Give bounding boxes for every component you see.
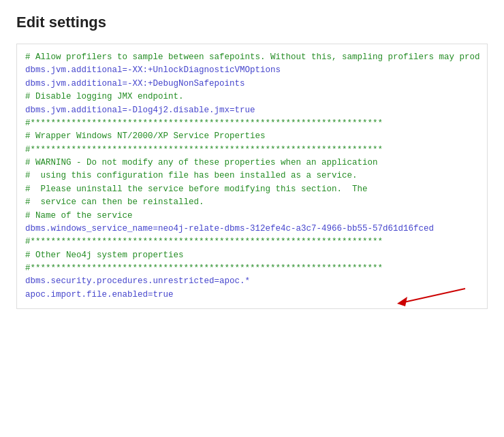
editor-line-2: dbms.jvm.additional=-XX:+UnlockDiagnosti… (25, 64, 479, 77)
editor-line-6: dbms.jvm.additional=-Dlog4j2.disable.jmx… (25, 104, 479, 117)
svg-line-0 (404, 289, 465, 302)
editor-line-21: #***************************************… (25, 262, 479, 275)
arrow-icon (390, 282, 472, 309)
editor-line-12: # using this configuration file has been… (25, 169, 479, 182)
editor-line-14: # service can then be reinstalled. (25, 196, 479, 209)
editor-line-13: # Please uninstall the service before mo… (25, 183, 479, 196)
svg-marker-1 (397, 297, 407, 306)
settings-editor[interactable]: # Allow profilers to sample between safe… (16, 44, 488, 309)
editor-line-17: dbms.windows_service_name=neo4j-relate-d… (25, 223, 479, 236)
editor-line-10: #***************************************… (25, 144, 479, 157)
editor-line-8: #***************************************… (25, 117, 479, 130)
editor-line-1: # Allow profilers to sample between safe… (25, 51, 479, 64)
editor-line-3: dbms.jvm.additional=-XX:+DebugNonSafepoi… (25, 78, 479, 91)
editor-line-5: # Disable logging JMX endpoint. (25, 91, 479, 103)
editor-line-19: #***************************************… (25, 236, 479, 248)
editor-line-9: # Wrapper Windows NT/2000/XP Service Pro… (25, 130, 479, 143)
editor-line-11: # WARNING - Do not modify any of these p… (25, 157, 479, 169)
editor-line-20: # Other Neo4j system properties (25, 249, 479, 262)
editor-line-16: # Name of the service (25, 210, 479, 223)
page-title: Edit settings (16, 14, 488, 31)
